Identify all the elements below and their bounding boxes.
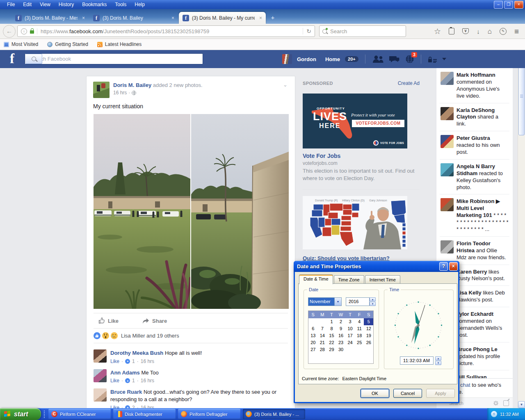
- firefox-search-input[interactable]: [329, 28, 397, 35]
- facebook-search[interactable]: [25, 53, 203, 64]
- calendar-day[interactable]: [308, 318, 318, 325]
- ok-button[interactable]: OK: [361, 389, 389, 398]
- bookmarks-sidebar-icon[interactable]: [449, 28, 454, 34]
- bookmark-most-visited[interactable]: Most Visited: [4, 41, 38, 47]
- calendar-day[interactable]: 11: [355, 325, 364, 332]
- calendar-day[interactable]: 30: [336, 346, 346, 353]
- calendar-day[interactable]: [345, 346, 355, 353]
- calendar-day[interactable]: 15: [327, 332, 336, 339]
- share-button[interactable]: Share: [142, 318, 167, 324]
- comment-like-count[interactable]: 1: [132, 377, 135, 384]
- calendar-day[interactable]: 27: [308, 346, 318, 353]
- calendar-day[interactable]: 6: [308, 325, 318, 332]
- calendar-day[interactable]: 22: [327, 339, 336, 346]
- restore-button[interactable]: ❐: [504, 1, 513, 9]
- calendar-day-selected[interactable]: 5: [364, 318, 373, 325]
- comment-timestamp[interactable]: 16 hrs: [141, 358, 154, 365]
- scrollbar-thumb[interactable]: [518, 58, 525, 135]
- url-text[interactable]: https://www.facebook.com/JuneteenthRodeo…: [37, 28, 300, 34]
- close-button[interactable]: ×: [514, 1, 523, 9]
- minimize-button[interactable]: –: [494, 1, 503, 9]
- year-field[interactable]: 2016: [346, 297, 370, 306]
- comment-like-count[interactable]: 2: [132, 404, 135, 408]
- reload-icon[interactable]: ↻: [303, 28, 311, 34]
- vote-for-jobs-ad-image[interactable]: OPPORTUNITY LIVES HERE Protect it with y…: [303, 94, 407, 148]
- tab-current-post[interactable]: f (3) Doris M. Bailey - My curre... ×: [179, 12, 266, 24]
- comment-like-button[interactable]: Like: [110, 404, 119, 408]
- post-timestamp[interactable]: 16 hrs: [113, 89, 127, 96]
- menu-bookmarks[interactable]: Bookmarks: [78, 1, 110, 8]
- calendar-day[interactable]: 14: [318, 332, 327, 339]
- comment-like-button[interactable]: Like: [110, 377, 119, 384]
- calendar-day[interactable]: 18: [355, 332, 364, 339]
- calendar-day[interactable]: [355, 346, 364, 353]
- menu-hamburger-icon[interactable]: ≡: [514, 27, 518, 35]
- profile-avatar[interactable]: [282, 54, 292, 64]
- facebook-logo[interactable]: f: [10, 51, 14, 66]
- author-name-link[interactable]: Doris M. Bailey: [113, 82, 151, 88]
- spin-up-icon[interactable]: ▲: [370, 297, 376, 301]
- taskbar-item-defraggler[interactable]: Piriform Defraggler: [178, 409, 240, 419]
- post-options-chevron-icon[interactable]: ⌄: [283, 82, 289, 98]
- tab-close-icon[interactable]: ×: [171, 15, 174, 21]
- dialog-titlebar[interactable]: Date and Time Properties ? ×: [294, 261, 459, 272]
- page-info-icon[interactable]: i: [21, 28, 27, 34]
- photo-police-cars-street[interactable]: [94, 114, 190, 309]
- time-field[interactable]: 11:32:03 AM: [400, 356, 434, 365]
- spin-down-icon[interactable]: ▼: [435, 361, 441, 365]
- facebook-search-input[interactable]: [25, 56, 203, 62]
- ticker-item[interactable]: Angela N Barry Stidham reacted to Kelley…: [440, 160, 509, 195]
- calendar-day[interactable]: 3: [345, 318, 355, 325]
- spin-down-icon[interactable]: ▼: [370, 302, 376, 306]
- libertarian-quiz-ad-image[interactable]: Donald Trump (R) Hillary Clinton (D) Gar…: [303, 196, 407, 249]
- commenter-avatar[interactable]: [94, 369, 107, 382]
- quiz-link[interactable]: Quiz: Should you vote libertarian?: [303, 255, 390, 261]
- bookmark-latest-headlines[interactable]: Latest Headlines: [97, 41, 142, 47]
- year-spinner[interactable]: ▲▼: [370, 297, 376, 306]
- calendar-day[interactable]: [318, 318, 327, 325]
- calendar-day[interactable]: 26: [364, 339, 373, 346]
- dialog-help-button[interactable]: ?: [439, 262, 448, 271]
- calendar-day[interactable]: [364, 346, 373, 353]
- chat-settings-gear-icon[interactable]: [493, 401, 498, 406]
- back-button[interactable]: ←: [3, 25, 16, 38]
- calendar-day[interactable]: 19: [364, 332, 373, 339]
- commenter-avatar[interactable]: [94, 388, 107, 402]
- commenter-name-link[interactable]: Dorothy Meeka Bush: [110, 350, 163, 356]
- new-tab-button[interactable]: +: [267, 14, 278, 23]
- profile-name-link[interactable]: Gordon: [297, 56, 316, 62]
- ticker-item[interactable]: Karla DeShong Clayton shared a link.: [440, 103, 509, 132]
- messages-icon[interactable]: [389, 55, 400, 63]
- author-avatar[interactable]: [93, 82, 110, 98]
- bookmark-star-icon[interactable]: ☆: [434, 27, 441, 35]
- tab-date-time[interactable]: Date & Time: [299, 274, 333, 284]
- home-link[interactable]: Home: [325, 56, 340, 62]
- taskbar-item-ccleaner[interactable]: CPiriform CCleaner: [48, 409, 111, 419]
- comment-like-count[interactable]: 1: [132, 358, 135, 365]
- menu-file[interactable]: File: [3, 1, 18, 8]
- calendar-day[interactable]: 9: [336, 325, 346, 332]
- commenter-avatar[interactable]: [94, 349, 107, 363]
- tab-messages[interactable]: f (3) Doris M. Bailey - Messages ×: [11, 12, 89, 24]
- tray-clock[interactable]: 11:32 AM: [500, 412, 519, 417]
- taskbar-item-firefox[interactable]: (3) Doris M. Bailey - ...: [243, 409, 305, 419]
- ad-url-button[interactable]: VOTEFORJOBS.COM: [352, 120, 404, 127]
- notifications-globe-icon[interactable]: 3: [405, 55, 414, 64]
- create-ad-link[interactable]: Create Ad: [398, 80, 420, 86]
- month-dropdown[interactable]: November ▼: [308, 297, 342, 306]
- hide-icons-chevron-icon[interactable]: ‹: [491, 411, 497, 417]
- ticker-item[interactable]: Mark Hoffmann commented on Anonymous Liv…: [440, 68, 509, 103]
- friend-requests-icon[interactable]: [372, 55, 384, 63]
- menu-view[interactable]: View: [36, 1, 54, 8]
- start-button[interactable]: start: [0, 408, 41, 420]
- bookmark-getting-started[interactable]: Getting Started: [47, 41, 88, 47]
- tab-internet-time[interactable]: Internet Time: [365, 275, 400, 284]
- calendar-day[interactable]: 7: [318, 325, 327, 332]
- comment-like-button[interactable]: Like: [110, 358, 119, 365]
- https-lock-icon[interactable]: [30, 30, 34, 34]
- home-icon[interactable]: ⌂: [488, 28, 492, 35]
- comment-timestamp[interactable]: 16 hrs: [141, 404, 154, 408]
- dialog-close-button[interactable]: ×: [449, 262, 458, 271]
- sync-globe-icon[interactable]: ✎: [500, 28, 507, 35]
- menu-edit[interactable]: Edit: [19, 1, 35, 8]
